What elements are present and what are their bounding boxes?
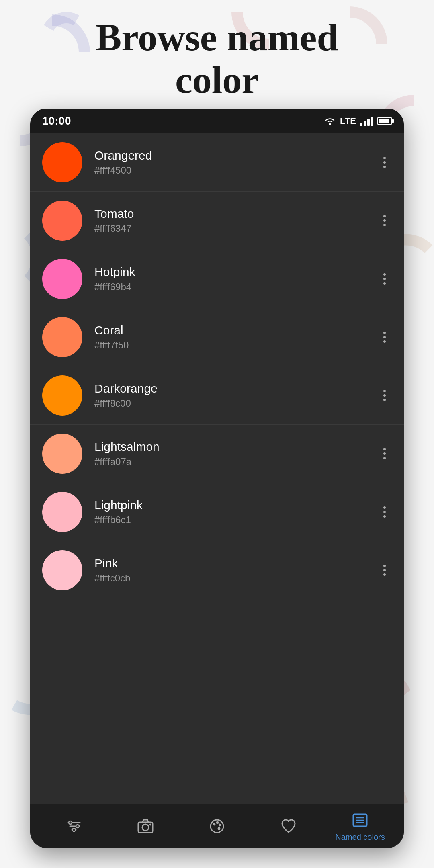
more-button-lightsalmon[interactable] (377, 444, 392, 463)
color-hex-lightpink: #ffffb6c1 (94, 514, 377, 526)
color-item-lightsalmon[interactable]: Lightsalmon #ffffa07a (30, 425, 404, 483)
color-info-lightpink: Lightpink #ffffb6c1 (94, 498, 377, 526)
palette-icon (207, 816, 227, 836)
color-circle-lightsalmon (42, 434, 82, 474)
signal-icon (360, 116, 373, 126)
color-hex-orangered: #ffff4500 (94, 165, 377, 176)
color-hex-coral: #ffff7f50 (94, 340, 377, 351)
svg-point-5 (69, 821, 72, 824)
nav-item-camera[interactable] (110, 816, 181, 836)
more-button-pink[interactable] (377, 561, 392, 580)
list-icon (350, 810, 370, 830)
more-button-lightpink[interactable] (377, 502, 392, 522)
color-circle-pink (42, 550, 82, 590)
color-name-orangered: Orangered (94, 149, 377, 162)
color-name-hotpink: Hotpink (94, 265, 377, 279)
svg-point-10 (149, 824, 151, 825)
title-area: Browse namedcolor (0, 16, 434, 101)
phone-content: Orangered #ffff4500 Tomato #ffff6347 (30, 133, 404, 848)
color-circle-coral (42, 317, 82, 357)
color-item-coral[interactable]: Coral #ffff7f50 (30, 308, 404, 366)
color-item-hotpink[interactable]: Hotpink #ffff69b4 (30, 250, 404, 308)
svg-point-13 (216, 821, 219, 824)
color-name-tomato: Tomato (94, 207, 377, 221)
color-name-lightpink: Lightpink (94, 498, 377, 512)
bottom-nav: Named colors (30, 804, 404, 848)
color-hex-pink: #ffffc0cb (94, 573, 377, 584)
page-title: Browse namedcolor (0, 16, 434, 101)
color-hex-hotpink: #ffff69b4 (94, 281, 377, 293)
lte-label: LTE (340, 116, 356, 126)
color-name-coral: Coral (94, 323, 377, 337)
color-info-coral: Coral #ffff7f50 (94, 323, 377, 351)
color-hex-tomato: #ffff6347 (94, 223, 377, 234)
wifi-icon (324, 116, 336, 126)
color-circle-lightpink (42, 492, 82, 532)
svg-point-7 (72, 828, 76, 831)
status-time: 10:00 (42, 115, 71, 127)
more-button-tomato[interactable] (377, 211, 392, 230)
phone-frame: 10:00 LTE (30, 108, 404, 848)
color-name-lightsalmon: Lightsalmon (94, 440, 377, 454)
color-info-lightsalmon: Lightsalmon #ffffa07a (94, 440, 377, 467)
color-name-darkorange: Darkorange (94, 382, 377, 395)
svg-point-14 (219, 824, 221, 826)
nav-item-palette[interactable] (181, 816, 253, 836)
color-info-tomato: Tomato #ffff6347 (94, 207, 377, 234)
color-info-pink: Pink #ffffc0cb (94, 557, 377, 584)
color-circle-darkorange (42, 375, 82, 416)
color-hex-lightsalmon: #ffffa07a (94, 456, 377, 467)
status-icons: LTE (324, 116, 392, 126)
color-name-pink: Pink (94, 557, 377, 570)
color-circle-hotpink (42, 259, 82, 299)
color-item-pink[interactable]: Pink #ffffc0cb (30, 541, 404, 599)
color-item-orangered[interactable]: Orangered #ffff4500 (30, 133, 404, 192)
svg-point-6 (76, 825, 79, 828)
svg-point-15 (218, 827, 220, 830)
color-item-lightpink[interactable]: Lightpink #ffffb6c1 (30, 483, 404, 541)
color-info-darkorange: Darkorange #ffff8c00 (94, 382, 377, 409)
more-button-darkorange[interactable] (377, 386, 392, 405)
filter-icon (64, 816, 84, 836)
nav-item-filter[interactable] (38, 816, 110, 836)
status-bar: 10:00 LTE (30, 108, 404, 133)
color-info-hotpink: Hotpink #ffff69b4 (94, 265, 377, 293)
nav-item-named-colors[interactable]: Named colors (324, 810, 396, 842)
svg-point-9 (142, 824, 149, 831)
color-circle-orangered (42, 142, 82, 182)
camera-icon (135, 816, 156, 836)
svg-point-12 (213, 823, 215, 825)
color-list: Orangered #ffff4500 Tomato #ffff6347 (30, 133, 404, 804)
color-item-tomato[interactable]: Tomato #ffff6347 (30, 192, 404, 250)
svg-point-1 (329, 123, 331, 125)
battery-icon (377, 117, 392, 125)
more-button-coral[interactable] (377, 328, 392, 347)
color-hex-darkorange: #ffff8c00 (94, 398, 377, 409)
more-button-hotpink[interactable] (377, 269, 392, 289)
named-colors-label: Named colors (335, 833, 385, 842)
more-button-orangered[interactable] (377, 153, 392, 172)
heart-icon (278, 816, 299, 836)
nav-item-heart[interactable] (253, 816, 324, 836)
color-info-orangered: Orangered #ffff4500 (94, 149, 377, 176)
color-circle-tomato (42, 201, 82, 241)
color-item-darkorange[interactable]: Darkorange #ffff8c00 (30, 366, 404, 425)
